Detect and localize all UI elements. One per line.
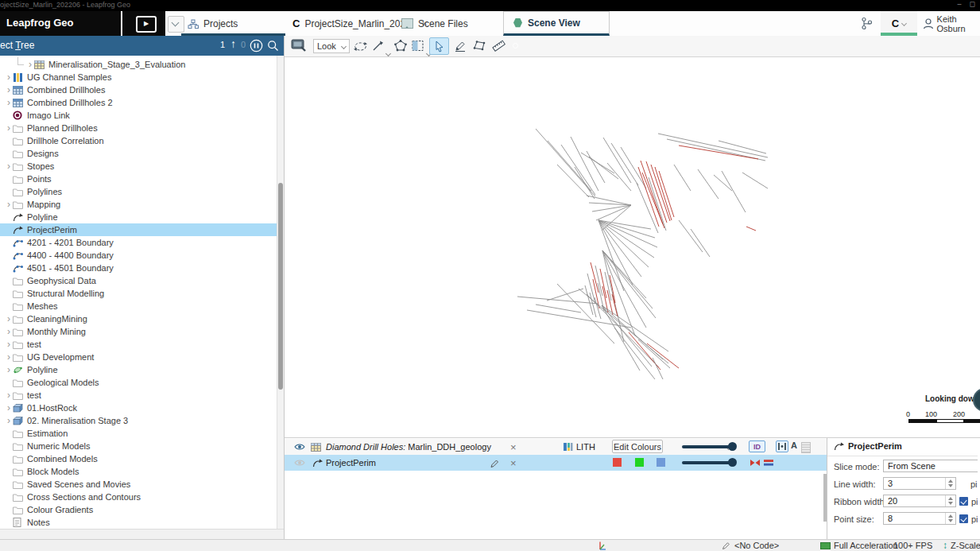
tree-item-block-models[interactable]: Block Models xyxy=(0,465,277,478)
expand-arrow-icon[interactable]: › xyxy=(5,404,13,412)
point-colour-swatch[interactable] xyxy=(657,458,665,467)
search-icon[interactable] xyxy=(267,40,279,52)
tree-item-01-hostrock[interactable]: ›01.HostRock xyxy=(0,402,277,414)
tree-item-points[interactable]: Points xyxy=(0,173,277,185)
show-hole-id-toggle[interactable]: ID xyxy=(749,440,765,452)
tree-item-combined-models[interactable]: Combined Models xyxy=(0,452,277,465)
ruler-tool-icon[interactable] xyxy=(492,40,505,55)
active-code-status[interactable]: <No Code> xyxy=(722,540,779,551)
point-size-spinner[interactable]: 8 xyxy=(883,512,956,525)
expand-arrow-icon[interactable]: › xyxy=(5,391,13,399)
tree-item-saved-scenes-and-movies[interactable]: Saved Scenes and Movies xyxy=(0,478,277,491)
opacity-slider[interactable] xyxy=(682,445,734,448)
colour-column-dropdown[interactable]: LITH xyxy=(576,439,595,455)
tree-item-combined-drillholes-2[interactable]: ›Combined Drillholes 2 xyxy=(0,96,277,109)
tree-item-stopes[interactable]: ›Stopes xyxy=(0,160,277,173)
tree-item-estimation[interactable]: Estimation xyxy=(0,427,277,440)
tree-item-designs[interactable]: Designs xyxy=(0,147,277,160)
expand-arrow-icon[interactable]: › xyxy=(5,86,13,94)
legend-list-icon[interactable] xyxy=(801,442,811,453)
draw-line-tool-icon[interactable] xyxy=(372,40,385,55)
tab-scene-files[interactable]: Scene Files xyxy=(401,11,468,36)
edit-colours-button[interactable]: Edit Colours xyxy=(612,440,663,453)
tree-item-imago-link[interactable]: Imago Link xyxy=(0,109,277,122)
play-button[interactable]: ▶ xyxy=(136,16,157,33)
restore-button[interactable]: ◻ xyxy=(970,0,975,8)
node-colour-swatch[interactable] xyxy=(635,458,644,467)
tree-item-mapping[interactable]: ›Mapping xyxy=(0,198,277,211)
opacity-slider-knob[interactable] xyxy=(728,442,737,451)
tree-item-geological-models[interactable]: Geological Models xyxy=(0,376,277,389)
expand-arrow-icon[interactable]: › xyxy=(5,200,13,208)
expand-menu-button[interactable] xyxy=(168,16,184,33)
tree-item-geophysical-data[interactable]: Geophysical Data xyxy=(0,274,277,287)
tree-scrollbar[interactable] xyxy=(277,56,284,529)
shelf-row-projectperim[interactable]: ProjectPerim × xyxy=(285,455,827,471)
ribbon-direction-icon[interactable] xyxy=(750,455,761,471)
hole-width-toggle[interactable] xyxy=(776,440,788,452)
remove-layer-icon[interactable]: × xyxy=(510,439,517,455)
pause-processing-button[interactable] xyxy=(250,39,263,52)
tree-item-polylines[interactable]: Polylines xyxy=(0,185,277,198)
opacity-slider-knob[interactable] xyxy=(728,458,737,467)
tree-item-4400-4400-boundary[interactable]: 4400 - 4400 Boundary xyxy=(0,249,277,262)
look-dropdown[interactable]: Look xyxy=(313,39,350,53)
text-labels-toggle[interactable]: A xyxy=(791,440,797,450)
tree-item-02-mineralisation-stage-3[interactable]: ›02. Mineralisation Stage 3 xyxy=(0,414,277,427)
flat-colour-icon[interactable] xyxy=(763,455,774,471)
visibility-eye-icon[interactable] xyxy=(294,439,305,455)
tree-item-planned-drillholes[interactable]: ›Planned Drillholes xyxy=(0,122,277,134)
tree-item-colour-gradients[interactable]: Colour Gradients xyxy=(0,503,277,516)
expand-arrow-icon[interactable]: › xyxy=(5,162,13,170)
edit-polygon-tool-icon[interactable] xyxy=(473,40,486,55)
line-colour-swatch[interactable] xyxy=(613,458,622,467)
branch-icon[interactable] xyxy=(861,17,873,33)
point-size-checkbox[interactable] xyxy=(959,514,968,523)
slice-mode-select[interactable]: From Scene xyxy=(883,460,978,472)
tree-item-mineralisation-stage-3-evaluation[interactable]: ›Mineralisation_Stage_3_Evaluation xyxy=(0,58,277,71)
draw-slice-line-icon[interactable] xyxy=(455,40,467,55)
ribbon-width-checkbox[interactable] xyxy=(959,497,968,506)
scene-snapshot-icon[interactable] xyxy=(291,39,308,56)
expand-arrow-icon[interactable]: › xyxy=(5,353,13,361)
tree-item-cleaningmining[interactable]: ›CleaningMining xyxy=(0,312,277,325)
tree-item-notes[interactable]: Notes xyxy=(0,516,277,529)
select-tool-button[interactable] xyxy=(429,37,449,55)
tree-scrollbar-thumb[interactable] xyxy=(278,183,283,390)
scene-viewport[interactable]: Looking down 0 100 200 xyxy=(285,57,980,437)
slicer-tool-icon[interactable] xyxy=(412,40,424,55)
tree-item-test[interactable]: ›test xyxy=(0,338,277,351)
expand-arrow-icon[interactable]: › xyxy=(26,60,34,68)
visibility-eye-off-icon[interactable] xyxy=(294,455,305,471)
tree-item-meshes[interactable]: Meshes xyxy=(0,300,277,312)
tree-item-polyline[interactable]: ›Polyline xyxy=(0,363,277,376)
tree-item-4501-4501-boundary[interactable]: 4501 - 4501 Boundary xyxy=(0,262,277,274)
tab-scene-view[interactable]: Scene View xyxy=(503,11,610,36)
tree-item-ug-channel-samples[interactable]: ›UG Channel Samples xyxy=(0,71,277,83)
expand-arrow-icon[interactable]: › xyxy=(5,315,13,323)
tree-item-monthly-mining[interactable]: ›Monthly Mining xyxy=(0,325,277,338)
tree-item-drillhole-correlation[interactable]: Drillhole Correlation xyxy=(0,134,277,147)
expand-arrow-icon[interactable]: › xyxy=(5,73,13,81)
tree-item-polyline[interactable]: Polyline xyxy=(0,211,277,223)
tree-item-projectperim[interactable]: ProjectPerim xyxy=(0,223,277,236)
tree-item-structural-modelling[interactable]: Structural Modelling xyxy=(0,287,277,300)
orbit-tool-icon[interactable] xyxy=(353,41,368,56)
tab-projects[interactable]: Projects xyxy=(188,11,238,36)
opacity-slider[interactable] xyxy=(682,461,734,464)
expand-arrow-icon[interactable]: › xyxy=(5,340,13,348)
expand-arrow-icon[interactable]: › xyxy=(5,366,13,374)
ribbon-width-spinner[interactable]: 20 xyxy=(883,495,956,507)
z-scale-status[interactable]: ↕ Z-Scale 1 xyxy=(943,540,980,551)
tree-item-ug-development[interactable]: ›UG Development xyxy=(0,351,277,363)
tree-item-4201-4201-boundary[interactable]: 4201 - 4201 Boundary xyxy=(0,236,277,249)
tree-item-test[interactable]: ›test xyxy=(0,389,277,402)
draw-polygon-tool-icon[interactable] xyxy=(394,40,407,55)
shelf-row-drillholes[interactable]: Diamond Drill Holes: Marlin_DDH_geology … xyxy=(285,439,827,455)
line-width-spinner[interactable]: 3 xyxy=(883,477,956,490)
axes-icon[interactable] xyxy=(596,540,607,551)
expand-arrow-icon[interactable]: › xyxy=(5,99,13,107)
spinner-arrows[interactable] xyxy=(945,513,955,524)
tree-item-cross-sections-and-contours[interactable]: Cross Sections and Contours xyxy=(0,491,277,503)
acceleration-status[interactable]: Full Acceleration xyxy=(820,540,898,551)
